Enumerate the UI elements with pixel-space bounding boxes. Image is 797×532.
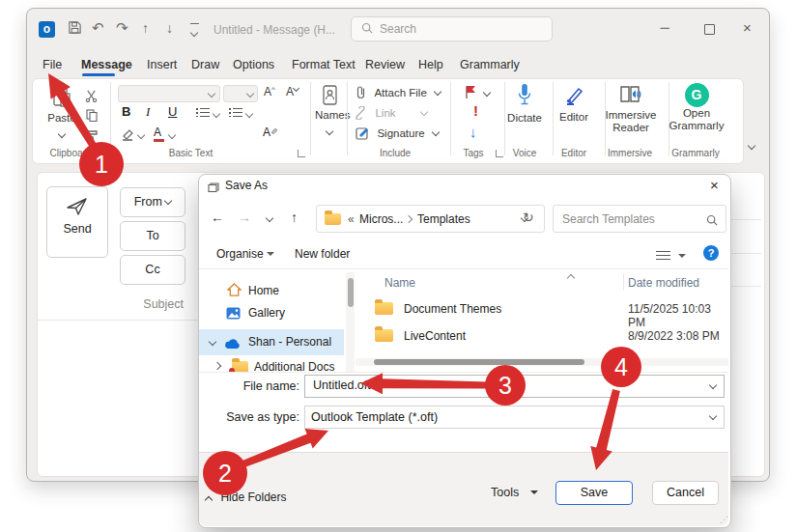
sidebar-item-shan-personal[interactable]: Shan - Personal (199, 329, 344, 355)
attach-file-button[interactable]: Attach File (356, 85, 441, 103)
low-importance-icon[interactable]: ↓ (470, 124, 477, 140)
clipboard-dialog-launcher-icon[interactable] (100, 150, 108, 157)
menu-file[interactable]: File (43, 58, 62, 71)
resize-grip-icon[interactable]: ⋰ (720, 515, 728, 524)
file-name-input[interactable] (311, 378, 701, 393)
menu-message[interactable]: Message (81, 58, 132, 71)
tools-button[interactable]: Tools (491, 486, 538, 499)
menu-review[interactable]: Review (365, 58, 405, 71)
column-divider (623, 273, 624, 291)
move-down-icon[interactable]: ↓ (166, 20, 173, 36)
editor-button[interactable]: Editor (556, 84, 591, 123)
microphone-icon (517, 83, 532, 108)
save-as-type-dropdown-icon[interactable] (709, 412, 717, 420)
customize-qat-icon[interactable] (190, 23, 199, 39)
dictate-button[interactable]: Dictate (506, 83, 543, 124)
titlebar-search-input[interactable]: Search (351, 16, 553, 42)
send-button[interactable]: Send (46, 186, 108, 258)
sidebar-scrollbar[interactable] (346, 272, 355, 372)
undo-icon[interactable]: ↶ (92, 19, 104, 37)
scrollbar-thumb[interactable] (374, 359, 584, 365)
link-button[interactable]: Link (354, 106, 427, 124)
numbered-list-icon[interactable] (229, 108, 242, 117)
redo-icon[interactable]: ↷ (116, 19, 128, 37)
maximize-icon[interactable] (704, 24, 715, 35)
breadcrumb-root[interactable]: Micros... (359, 212, 403, 226)
grow-font-icon[interactable]: A^ (264, 85, 275, 98)
immersive-reader-button[interactable]: Immersive Reader (604, 84, 658, 134)
signature-button[interactable]: Signature (356, 126, 439, 144)
view-options-icon[interactable] (656, 248, 686, 266)
menu-draw[interactable]: Draw (191, 58, 219, 71)
dialog-search-input[interactable]: Search Templates (553, 205, 726, 233)
open-grammarly-button[interactable]: G Open Grammarly (669, 83, 725, 132)
move-up-icon[interactable]: ↑ (142, 20, 149, 36)
minimize-icon[interactable]: ─ (657, 20, 672, 35)
forward-icon[interactable]: → (238, 210, 251, 225)
field-separator (731, 219, 761, 220)
file-name-dropdown-icon[interactable] (709, 381, 717, 389)
font-name-combobox[interactable] (118, 85, 220, 102)
cancel-button[interactable]: Cancel (652, 481, 719, 505)
column-header-date-modified[interactable]: Date modified (628, 276, 699, 290)
sidebar-item-gallery[interactable]: Gallery (199, 302, 344, 326)
clear-formatting-icon[interactable]: A (263, 126, 278, 139)
editor-group-label: Editor (555, 148, 593, 158)
save-as-type-select[interactable]: Outlook Template (*.oft) (304, 406, 725, 429)
back-icon[interactable]: ← (211, 210, 224, 225)
sidebar-item-home[interactable]: Home (199, 280, 344, 304)
file-row-document-themes[interactable]: Document Themes 11/5/2025 10:03 PM (357, 295, 728, 322)
ribbon-divider (110, 82, 111, 155)
refresh-icon[interactable]: ↻ (523, 210, 534, 225)
column-header-name[interactable]: Name (384, 276, 415, 290)
italic-icon[interactable]: I (146, 104, 150, 120)
font-size-combobox[interactable] (223, 85, 258, 102)
clipboard-group-label: Clipboard (43, 148, 99, 158)
file-name-input-wrap[interactable] (304, 375, 725, 398)
from-button[interactable]: From (120, 187, 185, 217)
breadcrumb-ellipsis[interactable]: « (348, 212, 355, 226)
bullet-list-icon[interactable] (196, 108, 210, 117)
copy-icon[interactable] (86, 108, 98, 126)
menu-help[interactable]: Help (418, 58, 443, 71)
cut-icon[interactable] (85, 89, 98, 106)
file-row-livecontent[interactable]: LiveContent 8/9/2022 3:08 PM (357, 322, 728, 349)
names-button[interactable]: Names (315, 85, 344, 138)
format-painter-icon[interactable] (86, 128, 99, 146)
up-icon[interactable]: ↑ (291, 210, 298, 225)
shrink-font-icon[interactable]: A (286, 85, 299, 98)
new-folder-button[interactable]: New folder (295, 247, 350, 261)
onedrive-cloud-icon (224, 336, 242, 353)
ribbon-divider (553, 82, 554, 155)
menu-insert[interactable]: Insert (147, 58, 177, 71)
chevron-right-icon[interactable] (213, 362, 221, 370)
breadcrumb-bar[interactable]: « Micros... Templates (316, 205, 545, 233)
menu-grammarly[interactable]: Grammarly (460, 58, 520, 71)
sidebar-item-additional-docs[interactable]: Additional Docs (199, 358, 344, 373)
font-color-icon[interactable]: A (154, 126, 164, 142)
save-button[interactable]: Save (555, 481, 633, 505)
to-button[interactable]: To (120, 221, 185, 251)
bold-icon[interactable]: B (122, 104, 130, 119)
help-icon[interactable]: ? (703, 245, 719, 261)
paste-button[interactable]: Paste (44, 85, 79, 141)
underline-icon[interactable]: U (168, 104, 177, 119)
cc-button[interactable]: Cc (120, 255, 185, 285)
menu-format-text[interactable]: Format Text (292, 58, 356, 71)
dialog-close-icon[interactable]: × (710, 177, 719, 193)
close-icon[interactable]: × (743, 19, 752, 36)
breadcrumb-current[interactable]: Templates (417, 212, 470, 226)
scrollbar-thumb[interactable] (348, 278, 354, 307)
tags-dialog-launcher-icon[interactable] (496, 150, 503, 157)
chevron-down-icon[interactable] (209, 338, 216, 346)
basic-text-dialog-launcher-icon[interactable] (298, 150, 305, 157)
high-importance-icon[interactable]: ! (473, 102, 478, 119)
highlight-color-icon[interactable] (121, 127, 134, 145)
hide-folders-button[interactable]: Hide Folders (206, 488, 286, 505)
file-list-hscrollbar[interactable] (356, 358, 728, 366)
follow-up-flag-icon[interactable] (465, 85, 477, 103)
search-icon (361, 22, 373, 37)
menu-options[interactable]: Options (233, 58, 274, 71)
organise-button[interactable]: Organise (216, 247, 274, 261)
save-icon[interactable] (68, 20, 82, 38)
